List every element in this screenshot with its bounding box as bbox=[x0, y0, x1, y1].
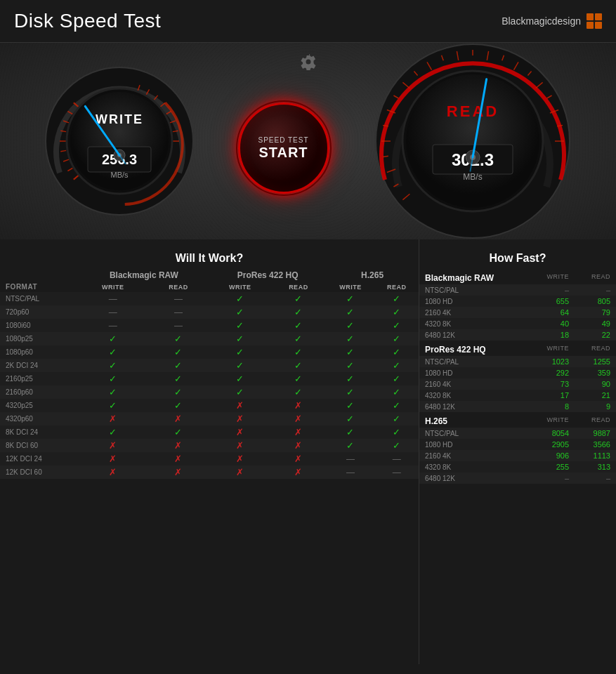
compat-cell: ✓ bbox=[326, 385, 374, 399]
speed-read-cell: 9 bbox=[575, 401, 616, 412]
compat-cell: ✗ bbox=[148, 452, 209, 465]
check-icon: ✓ bbox=[393, 320, 400, 331]
compat-cell: ✓ bbox=[326, 292, 374, 305]
compat-table: Blackmagic RAW ProRes 422 HQ H.265 FORMA… bbox=[0, 269, 419, 479]
compat-cell: ✓ bbox=[79, 332, 148, 345]
speed-read-cell: 359 bbox=[575, 367, 616, 378]
compat-cell: ✗ bbox=[271, 399, 327, 412]
how-fast-title: How Fast? bbox=[419, 246, 616, 269]
how-fast-panel: How Fast? Blackmagic RAWWRITEREADNTSC/PA… bbox=[419, 239, 616, 664]
check-icon: ✓ bbox=[109, 427, 117, 437]
speed-format-cell: 1080 HD bbox=[419, 367, 529, 378]
compat-cell: — bbox=[326, 452, 374, 465]
compat-cell: ✓ bbox=[375, 292, 419, 305]
compat-cell: ✓ bbox=[148, 332, 209, 345]
compat-cell: ✓ bbox=[326, 412, 374, 425]
format-cell: 4320p25 bbox=[0, 399, 79, 412]
compat-cell: ✓ bbox=[375, 345, 419, 359]
speed-format-cell: 1080 HD bbox=[419, 439, 529, 450]
speed-write-header: WRITE bbox=[529, 341, 575, 356]
speed-test-label-line1: SPEED TEST bbox=[258, 136, 308, 145]
compat-cell: ✓ bbox=[271, 332, 327, 345]
speed-write-cell: 1023 bbox=[529, 356, 575, 367]
speed-format-cell: 4320 8K bbox=[419, 318, 529, 329]
format-cell: 1080i60 bbox=[0, 319, 79, 332]
check-icon: ✓ bbox=[174, 427, 182, 437]
svg-text:MB/s: MB/s bbox=[110, 171, 129, 179]
check-icon: ✓ bbox=[346, 400, 354, 411]
speed-data-row: 2160 4K7390 bbox=[419, 378, 616, 390]
check-icon: ✓ bbox=[294, 374, 302, 384]
table-row: 1080i60——✓✓✓✓ bbox=[0, 319, 419, 332]
compat-cell: ✓ bbox=[326, 305, 374, 319]
check-icon: ✓ bbox=[393, 347, 400, 357]
speed-data-row: 4320 8K255313 bbox=[419, 461, 616, 473]
app-title: Disk Speed Test bbox=[14, 10, 161, 32]
table-row: 2160p25✓✓✓✓✓✓ bbox=[0, 372, 419, 385]
compat-cell: ✓ bbox=[209, 319, 271, 332]
compat-cell: — bbox=[79, 319, 148, 332]
table-row: 1080p25✓✓✓✓✓✓ bbox=[0, 332, 419, 345]
compat-cell: ✓ bbox=[209, 292, 271, 305]
compat-cell: ✓ bbox=[209, 305, 271, 319]
prores-read-header: READ bbox=[271, 282, 327, 292]
check-icon: ✓ bbox=[109, 347, 117, 357]
compat-cell: ✗ bbox=[79, 439, 148, 452]
compat-cell: ✗ bbox=[209, 399, 271, 412]
col-group-header-row: Blackmagic RAW ProRes 422 HQ H.265 bbox=[0, 269, 419, 282]
compat-cell: ✓ bbox=[375, 372, 419, 385]
check-icon: ✓ bbox=[393, 374, 400, 384]
data-section: Will It Work? Blackmagic RAW ProRes 422 … bbox=[0, 239, 616, 664]
speed-format-cell: 4320 8K bbox=[419, 461, 529, 473]
cross-icon: ✗ bbox=[236, 440, 244, 451]
speed-test-start-button[interactable]: SPEED TEST START bbox=[238, 103, 329, 194]
check-icon: ✓ bbox=[109, 360, 117, 371]
speed-write-cell: 255 bbox=[529, 461, 575, 473]
speed-write-header: WRITE bbox=[529, 412, 575, 428]
speed-data-row: NTSC/PAL10231255 bbox=[419, 356, 616, 367]
brand-square-tl bbox=[586, 13, 594, 20]
brand-square-bl bbox=[586, 22, 594, 29]
speed-read-cell: 90 bbox=[575, 378, 616, 390]
speed-write-cell: 292 bbox=[529, 367, 575, 378]
compat-cell: ✓ bbox=[209, 372, 271, 385]
h265-write-header: WRITE bbox=[326, 282, 374, 292]
compat-cell: ✗ bbox=[209, 425, 271, 439]
check-icon: ✓ bbox=[174, 400, 182, 411]
compat-cell: ✗ bbox=[209, 439, 271, 452]
dash-icon: — bbox=[346, 468, 355, 477]
cross-icon: ✗ bbox=[236, 400, 244, 411]
compat-cell: ✓ bbox=[375, 385, 419, 399]
dash-icon: — bbox=[109, 308, 117, 317]
format-cell: NTSC/PAL bbox=[0, 292, 79, 305]
speed-write-cell: 655 bbox=[529, 296, 575, 307]
speed-read-cell: 805 bbox=[575, 296, 616, 307]
compat-cell: — bbox=[375, 452, 419, 465]
speed-data-row: 1080 HD29053566 bbox=[419, 439, 616, 450]
compat-cell: ✓ bbox=[375, 359, 419, 372]
compat-cell: — bbox=[79, 305, 148, 319]
cross-icon: ✗ bbox=[109, 467, 117, 477]
compat-cell: ✗ bbox=[209, 412, 271, 425]
format-cell: 8K DCI 60 bbox=[0, 439, 79, 452]
settings-icon[interactable] bbox=[300, 53, 317, 74]
check-icon: ✓ bbox=[294, 320, 302, 331]
table-row: NTSC/PAL——✓✓✓✓ bbox=[0, 292, 419, 305]
check-icon: ✓ bbox=[346, 440, 354, 451]
check-icon: ✓ bbox=[346, 374, 354, 384]
cross-icon: ✗ bbox=[174, 454, 182, 464]
check-icon: ✓ bbox=[346, 414, 354, 424]
speed-group-header-row: H.265WRITEREAD bbox=[419, 412, 616, 428]
check-icon: ✓ bbox=[346, 347, 354, 357]
cross-icon: ✗ bbox=[236, 414, 244, 424]
speed-read-header: READ bbox=[575, 341, 616, 356]
sub-header-row: FORMAT WRITE READ WRITE READ WRITE READ bbox=[0, 282, 419, 292]
compat-cell: ✗ bbox=[79, 452, 148, 465]
compat-cell: ✗ bbox=[271, 465, 327, 479]
compat-cell: ✗ bbox=[271, 439, 327, 452]
gauge-section: WRITE 256.3 MB/s SPEED TEST bbox=[0, 43, 616, 239]
table-row: 2K DCI 24✓✓✓✓✓✓ bbox=[0, 359, 419, 372]
write-gauge: WRITE 256.3 MB/s bbox=[42, 64, 197, 218]
check-icon: ✓ bbox=[294, 360, 302, 371]
prores-write-header: WRITE bbox=[209, 282, 271, 292]
